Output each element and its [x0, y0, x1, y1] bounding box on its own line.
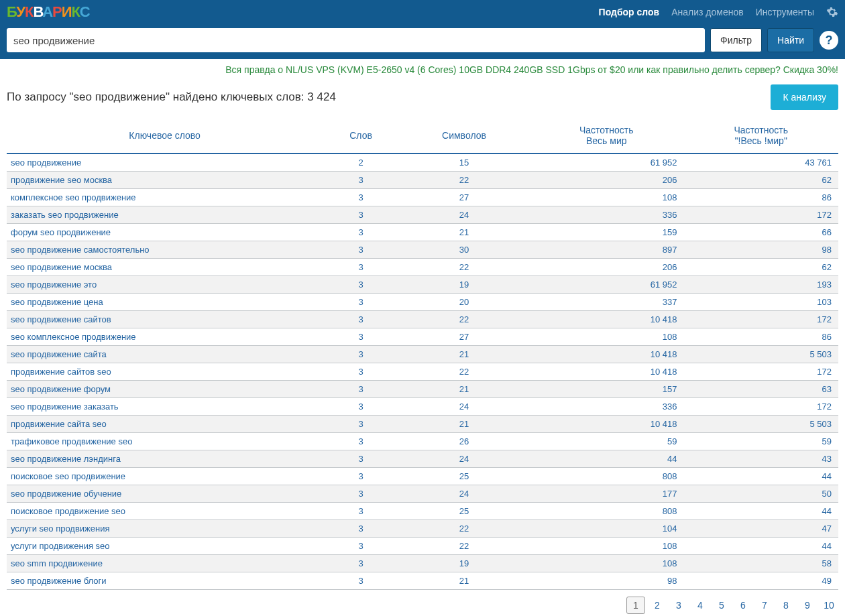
table-row: услуги продвижения seo32210844: [7, 538, 838, 555]
keyword-link[interactable]: seo продвижение сайтов: [11, 314, 111, 324]
to-analysis-button[interactable]: К анализу: [771, 84, 838, 110]
keyword-link[interactable]: seo продвижение москва: [11, 262, 112, 272]
keyword-link[interactable]: услуги продвижения seo: [11, 541, 110, 551]
gear-icon[interactable]: [826, 6, 838, 18]
table-row: seo продвижение лэндинга3244443: [7, 450, 838, 468]
keyword-link[interactable]: трафиковое продвижение seo: [11, 436, 132, 446]
top-nav: Подбор слов Анализ доменов Инструменты: [599, 6, 838, 18]
page-2[interactable]: 2: [648, 597, 667, 614]
table-row: seo продвижение сайта32110 4185 503: [7, 346, 838, 363]
keyword-link[interactable]: поисковое seo продвижение: [11, 471, 125, 481]
page-10[interactable]: 10: [820, 597, 838, 614]
col-keyword[interactable]: Ключевое слово: [7, 117, 323, 153]
page-4[interactable]: 4: [691, 597, 710, 614]
nav-domain-analysis[interactable]: Анализ доменов: [671, 7, 743, 17]
page-1[interactable]: 1: [626, 597, 645, 614]
searchbar: Фильтр Найти ?: [0, 24, 845, 59]
table-row: seo продвижение самостоятельно33089798: [7, 241, 838, 259]
page-3[interactable]: 3: [669, 597, 688, 614]
table-row: seo продвижение блоги3219849: [7, 572, 838, 590]
table-row: seo продвижение заказать324336172: [7, 398, 838, 416]
page-8[interactable]: 8: [777, 597, 795, 614]
results-table: Ключевое слово Слов Символов Частотность…: [7, 117, 838, 590]
find-button[interactable]: Найти: [767, 28, 814, 52]
promo-banner[interactable]: Вся правда о NL/US VPS (KVM) E5-2650 v4 …: [0, 59, 845, 84]
table-row: seo продвижение это31961 952193: [7, 276, 838, 294]
keyword-link[interactable]: seo продвижение сайта: [11, 349, 107, 359]
keyword-link[interactable]: продвижение сайта seo: [11, 419, 107, 429]
table-row: seo продвижение цена320337103: [7, 294, 838, 311]
keyword-link[interactable]: форум seo продвижение: [11, 227, 111, 237]
keyword-link[interactable]: seo продвижение: [11, 158, 81, 168]
col-words[interactable]: Слов: [323, 117, 399, 153]
table-row: seo smm продвижение31910858: [7, 555, 838, 572]
nav-pick-words[interactable]: Подбор слов: [599, 7, 660, 17]
keyword-link[interactable]: seo продвижение форум: [11, 384, 111, 394]
table-row: продвижение сайта seo32110 4185 503: [7, 416, 838, 433]
table-row: форум seo продвижение32115966: [7, 224, 838, 241]
keyword-link[interactable]: seo smm продвижение: [11, 558, 103, 568]
logo[interactable]: БУКВАРИКС: [7, 3, 90, 21]
keyword-link[interactable]: seo продвижение лэндинга: [11, 454, 121, 464]
keyword-link[interactable]: seo комплексное продвижение: [11, 332, 136, 342]
page-6[interactable]: 6: [734, 597, 752, 614]
table-row: заказать seo продвижение324336172: [7, 206, 838, 224]
table-row: продвижение seo москва32220662: [7, 172, 838, 189]
pagination: 12345678910: [0, 590, 845, 616]
keyword-link[interactable]: продвижение seo москва: [11, 175, 112, 185]
table-row: комплексное seo продвижение32710886: [7, 189, 838, 206]
keyword-link[interactable]: seo продвижение обучение: [11, 489, 121, 499]
table-row: продвижение сайтов seo32210 418172: [7, 363, 838, 381]
result-bar: По запросу "seo продвижение" найдено клю…: [0, 84, 845, 117]
table-row: seo продвижение обучение32417750: [7, 485, 838, 503]
help-icon[interactable]: ?: [820, 31, 838, 50]
table-row: seo продвижение21561 95243 761: [7, 153, 838, 172]
keyword-link[interactable]: заказать seo продвижение: [11, 210, 119, 220]
result-title: По запросу "seo продвижение" найдено клю…: [7, 90, 336, 104]
col-freq-exact[interactable]: Частотность"!Весь !мир": [683, 117, 838, 153]
keyword-link[interactable]: seo продвижение заказать: [11, 402, 119, 412]
keyword-link[interactable]: seo продвижение самостоятельно: [11, 245, 150, 255]
col-chars[interactable]: Символов: [399, 117, 529, 153]
table-row: поисковое seo продвижение32580844: [7, 468, 838, 485]
table-row: услуги seo продвижения32210447: [7, 520, 838, 538]
table-row: seo комплексное продвижение32710886: [7, 328, 838, 346]
keyword-link[interactable]: комплексное seo продвижение: [11, 192, 136, 202]
header: БУКВАРИКС Подбор слов Анализ доменов Инс…: [0, 0, 845, 24]
table-row: seo продвижение форум32115763: [7, 381, 838, 398]
keyword-link[interactable]: seo продвижение блоги: [11, 576, 107, 586]
keyword-link[interactable]: продвижение сайтов seo: [11, 367, 111, 377]
search-input[interactable]: [7, 28, 705, 52]
col-freq-world[interactable]: ЧастотностьВесь мир: [529, 117, 683, 153]
keyword-link[interactable]: seo продвижение цена: [11, 297, 103, 307]
page-9[interactable]: 9: [798, 597, 817, 614]
table-row: трафиковое продвижение seo3265959: [7, 433, 838, 450]
page-7[interactable]: 7: [755, 597, 774, 614]
nav-tools[interactable]: Инструменты: [756, 7, 814, 17]
keyword-link[interactable]: поисковое продвижение seo: [11, 506, 125, 516]
table-row: seo продвижение сайтов32210 418172: [7, 311, 838, 328]
filter-button[interactable]: Фильтр: [710, 28, 762, 52]
keyword-link[interactable]: услуги seo продвижения: [11, 523, 110, 534]
table-row: seo продвижение москва32220662: [7, 259, 838, 276]
page-5[interactable]: 5: [712, 597, 731, 614]
keyword-link[interactable]: seo продвижение это: [11, 280, 97, 290]
table-row: поисковое продвижение seo32580844: [7, 503, 838, 520]
